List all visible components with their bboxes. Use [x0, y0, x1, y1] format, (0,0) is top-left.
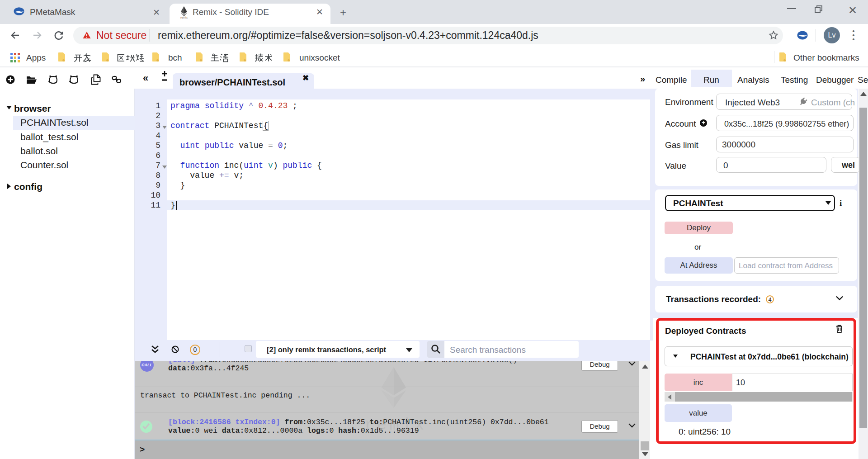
svg-text:remix: remix [180, 16, 188, 19]
